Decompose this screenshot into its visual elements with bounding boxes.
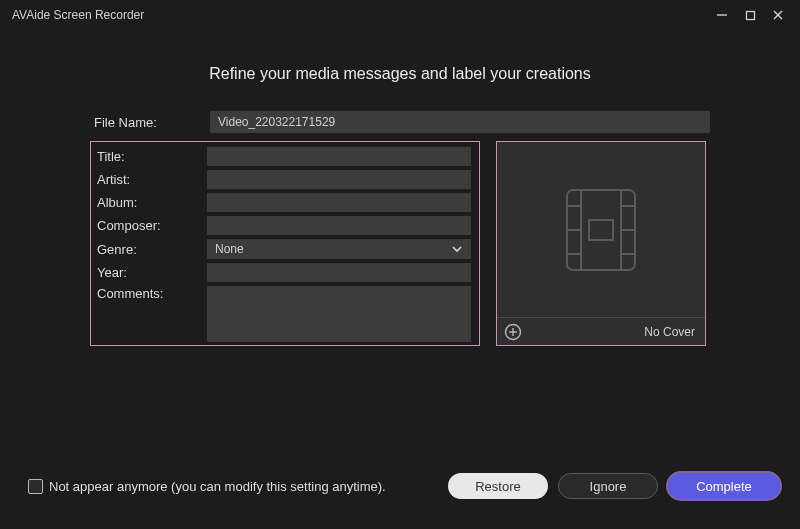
label-year: Year: (95, 265, 199, 280)
select-genre-value: None (215, 242, 244, 256)
titlebar: AVAide Screen Recorder (0, 0, 800, 30)
not-appear-checkbox-label[interactable]: Not appear anymore (you can modify this … (28, 479, 386, 494)
minimize-button[interactable] (708, 1, 736, 29)
window-title: AVAide Screen Recorder (12, 8, 144, 22)
label-title: Title: (95, 149, 199, 164)
input-composer[interactable] (207, 216, 471, 235)
row-year: Year: (95, 263, 471, 282)
cover-panel: No Cover (496, 141, 706, 346)
content-area: Refine your media messages and label you… (0, 30, 800, 346)
footer: Not appear anymore (you can modify this … (0, 473, 800, 499)
label-artist: Artist: (95, 172, 199, 187)
row-genre: Genre: None (95, 239, 471, 259)
close-button[interactable] (764, 1, 792, 29)
row-title: Title: (95, 147, 471, 166)
row-artist: Artist: (95, 170, 471, 189)
row-comments: Comments: (95, 286, 471, 342)
restore-button[interactable]: Restore (448, 473, 548, 499)
input-comments[interactable] (207, 286, 471, 342)
page-heading: Refine your media messages and label you… (90, 65, 710, 83)
plus-circle-icon (504, 323, 522, 341)
label-album: Album: (95, 195, 199, 210)
complete-button[interactable]: Complete (668, 473, 780, 499)
add-cover-button[interactable] (503, 322, 523, 342)
no-cover-text: No Cover (644, 325, 695, 339)
svg-rect-1 (746, 11, 754, 19)
filename-label: File Name: (90, 115, 198, 130)
ignore-button[interactable]: Ignore (558, 473, 658, 499)
film-icon (553, 182, 649, 278)
filename-input[interactable] (210, 111, 710, 133)
svg-rect-13 (589, 220, 613, 240)
label-composer: Composer: (95, 218, 199, 233)
label-comments: Comments: (95, 286, 199, 301)
metadata-panel: Title: Artist: Album: Composer: Genre: N… (90, 141, 480, 346)
cover-bar: No Cover (497, 317, 705, 345)
row-composer: Composer: (95, 216, 471, 235)
filename-row: File Name: (90, 111, 710, 133)
select-genre[interactable]: None (207, 239, 471, 259)
input-title[interactable] (207, 147, 471, 166)
chevron-down-icon (451, 243, 463, 255)
label-genre: Genre: (95, 242, 199, 257)
not-appear-text: Not appear anymore (you can modify this … (49, 479, 386, 494)
panels: Title: Artist: Album: Composer: Genre: N… (90, 141, 710, 346)
cover-placeholder (497, 142, 705, 317)
row-album: Album: (95, 193, 471, 212)
not-appear-checkbox[interactable] (28, 479, 43, 494)
maximize-button[interactable] (736, 1, 764, 29)
input-artist[interactable] (207, 170, 471, 189)
input-album[interactable] (207, 193, 471, 212)
input-year[interactable] (207, 263, 471, 282)
